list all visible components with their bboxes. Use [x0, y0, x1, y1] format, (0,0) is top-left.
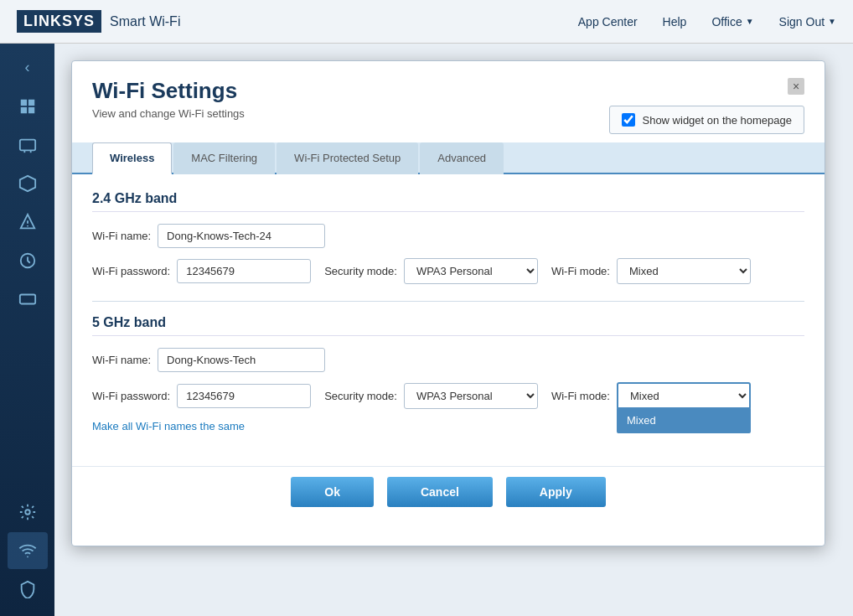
- band-24-wifi-mode-label: Wi-Fi mode:: [551, 265, 610, 277]
- sidebar-bottom: [8, 494, 48, 616]
- wifi-settings-dialog: Wi-Fi Settings View and change Wi-Fi set…: [71, 60, 825, 546]
- band-5-security-select[interactable]: WPA3 Personal WPA2 Personal WPA2/WPA3 Mi…: [404, 383, 538, 409]
- dialog-body: 2.4 GHz band Wi-Fi name: Wi-Fi password:: [72, 174, 825, 466]
- sidebar-item-wifi[interactable]: [8, 532, 48, 569]
- band-24-wifi-mode-select[interactable]: Mixed Auto N-Only G-Only: [617, 258, 751, 284]
- dialog-title-area: Wi-Fi Settings View and change Wi-Fi set…: [92, 78, 609, 120]
- sign-out-menu[interactable]: Sign Out ▼: [779, 15, 836, 28]
- svg-point-13: [27, 556, 28, 557]
- svg-rect-3: [28, 107, 34, 113]
- band-5-mode-wrapper: Mixed Auto N-Only G-Only Mixed: [617, 382, 751, 410]
- dropdown-option-mixed[interactable]: Mixed: [618, 409, 749, 432]
- show-widget-checkbox[interactable]: [622, 113, 635, 127]
- svg-rect-10: [19, 295, 34, 304]
- office-menu[interactable]: Office ▼: [711, 15, 753, 28]
- dialog-header: Wi-Fi Settings View and change Wi-Fi set…: [72, 61, 825, 142]
- sidebar-item-parental[interactable]: [8, 165, 48, 202]
- office-arrow-icon: ▼: [746, 17, 754, 26]
- app-center-link[interactable]: App Center: [578, 15, 638, 28]
- band-5-section: 5 GHz band Wi-Fi name: Wi-Fi password:: [92, 315, 804, 432]
- sidebar: ‹: [0, 44, 54, 616]
- sidebar-item-dashboard[interactable]: [8, 88, 48, 125]
- make-same-link[interactable]: Make all Wi-Fi names the same: [92, 420, 245, 432]
- band-24-wifi-name-label: Wi-Fi name:: [92, 230, 151, 242]
- help-link[interactable]: Help: [663, 15, 687, 28]
- wifi-mode-dropdown: Mixed: [617, 407, 751, 433]
- content-area: Wi-Fi Settings View and change Wi-Fi set…: [54, 44, 853, 616]
- svg-rect-1: [28, 100, 34, 106]
- band-5-settings-row: Wi-Fi password: Security mode: WPA3 Pers…: [92, 382, 804, 410]
- band-5-wifi-pass-input[interactable]: [177, 384, 311, 408]
- band-24-settings-row: Wi-Fi password: Security mode: WPA3 Pers…: [92, 258, 804, 284]
- band-5-wifi-pass-field: Wi-Fi password:: [92, 384, 311, 408]
- sidebar-item-alerts[interactable]: [8, 204, 48, 241]
- logo-area: LINKSYS Smart Wi-Fi: [17, 10, 578, 33]
- band-5-title: 5 GHz band: [92, 315, 804, 336]
- band-24-title: 2.4 GHz band: [92, 191, 804, 212]
- band-5-wifi-name-input[interactable]: [158, 348, 325, 372]
- tab-mac-filtering[interactable]: MAC Filtering: [173, 142, 275, 174]
- band-5-name-row: Wi-Fi name:: [92, 348, 804, 372]
- band-24-security-select[interactable]: WPA3 Personal WPA2 Personal WPA2/WPA3 Mi…: [404, 258, 538, 284]
- band-5-wifi-name-label: Wi-Fi name:: [92, 354, 151, 366]
- band-24-security-label: Security mode:: [324, 265, 397, 277]
- band-5-wifi-mode-select[interactable]: Mixed Auto N-Only G-Only: [617, 382, 751, 410]
- band-24-wifi-pass-field: Wi-Fi password:: [92, 259, 311, 283]
- band-5-wifi-pass-label: Wi-Fi password:: [92, 390, 170, 402]
- band-separator: [92, 301, 804, 302]
- sidebar-item-update[interactable]: [8, 242, 48, 279]
- band-24-security-field: Security mode: WPA3 Personal WPA2 Person…: [324, 258, 538, 284]
- band-24-section: 2.4 GHz band Wi-Fi name: Wi-Fi password:: [92, 191, 804, 284]
- svg-rect-4: [19, 140, 34, 151]
- band-24-wifi-name-field: Wi-Fi name:: [92, 224, 325, 248]
- dialog-footer: Ok Cancel Apply: [72, 466, 825, 517]
- linksys-logo: LINKSYS: [17, 10, 101, 33]
- cancel-button[interactable]: Cancel: [387, 477, 493, 507]
- band-5-security-field: Security mode: WPA3 Personal WPA2 Person…: [324, 383, 538, 409]
- app-name: Smart Wi-Fi: [110, 14, 180, 29]
- sidebar-item-security[interactable]: [8, 571, 48, 608]
- sidebar-toggle-button[interactable]: ‹: [11, 52, 44, 82]
- show-widget-label[interactable]: Show widget on the homepage: [642, 114, 792, 127]
- band-24-wifi-mode-field: Wi-Fi mode: Mixed Auto N-Only G-Only: [551, 258, 751, 284]
- signout-arrow-icon: ▼: [828, 17, 836, 26]
- band-5-wifi-mode-label: Wi-Fi mode:: [551, 390, 610, 402]
- band-24-name-row: Wi-Fi name:: [92, 224, 804, 248]
- dialog-subtitle: View and change Wi-Fi settings: [92, 107, 609, 120]
- ok-button[interactable]: Ok: [291, 477, 374, 507]
- tab-advanced[interactable]: Advanced: [420, 142, 504, 174]
- dialog-title: Wi-Fi Settings: [92, 78, 609, 104]
- svg-point-12: [25, 510, 30, 515]
- band-24-wifi-name-input[interactable]: [158, 224, 325, 248]
- sidebar-item-settings[interactable]: [8, 494, 48, 531]
- sidebar-item-storage[interactable]: [8, 281, 48, 318]
- dialog-close-button[interactable]: ×: [788, 78, 804, 95]
- main-layout: ‹: [0, 44, 853, 616]
- band-5-wifi-mode-field: Wi-Fi mode: Mixed Auto N-Only G-Only: [551, 382, 751, 410]
- band-5-wifi-name-field: Wi-Fi name:: [92, 348, 325, 372]
- tabs-container: Wireless MAC Filtering Wi-Fi Protected S…: [72, 142, 825, 174]
- apply-button[interactable]: Apply: [506, 477, 606, 507]
- tab-wps[interactable]: Wi-Fi Protected Setup: [277, 142, 418, 174]
- svg-point-8: [27, 225, 28, 227]
- svg-rect-0: [20, 100, 26, 106]
- top-navigation: LINKSYS Smart Wi-Fi App Center Help Offi…: [0, 0, 853, 44]
- nav-links: App Center Help Office ▼ Sign Out ▼: [578, 15, 836, 28]
- tab-wireless[interactable]: Wireless: [92, 142, 172, 174]
- band-5-security-label: Security mode:: [324, 390, 397, 402]
- sidebar-item-devices[interactable]: [8, 127, 48, 163]
- svg-rect-2: [20, 107, 26, 113]
- band-24-wifi-pass-input[interactable]: [177, 259, 311, 283]
- band-24-wifi-pass-label: Wi-Fi password:: [92, 265, 170, 277]
- show-widget-container: Show widget on the homepage: [609, 106, 804, 134]
